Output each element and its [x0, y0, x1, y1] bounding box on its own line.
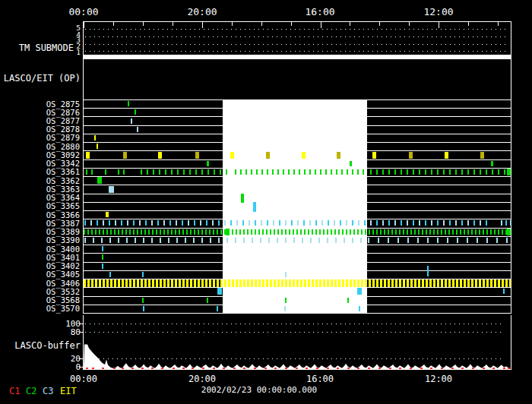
event-mark: [437, 238, 439, 243]
event-mark: [341, 169, 343, 175]
event-mark: [143, 238, 144, 243]
event-mark: [394, 220, 396, 226]
event-mark: [194, 220, 195, 226]
event-mark: [372, 152, 376, 159]
time-label-top-1: 20:00: [179, 6, 225, 17]
event-mark: [97, 177, 102, 184]
event-mark: [133, 220, 135, 226]
c1-event-mark: [451, 368, 454, 369]
event-mark: [397, 238, 399, 243]
event-mark: [363, 169, 364, 175]
event-mark: [226, 229, 230, 235]
event-mark: [131, 118, 132, 124]
event-mark: [382, 169, 384, 175]
event-mark: [507, 229, 511, 235]
event-mark: [455, 169, 457, 175]
event-mark: [109, 220, 110, 226]
event-mark: [299, 169, 300, 175]
c1-event-mark: [461, 368, 464, 369]
event-mark: [226, 238, 228, 243]
axis-tick: [291, 22, 292, 26]
event-mark: [101, 238, 103, 243]
c1-event-mark: [316, 368, 318, 369]
axis-tick: [173, 22, 173, 26]
event-stripe-bar: [84, 279, 511, 287]
event-mark: [309, 169, 311, 175]
event-mark: [504, 169, 505, 175]
event-mark: [159, 169, 160, 175]
event-mark: [235, 238, 236, 243]
event-mark: [123, 169, 125, 175]
event-mark: [188, 220, 189, 226]
event-mark: [293, 238, 295, 243]
event-mark: [364, 220, 366, 226]
event-mark: [256, 169, 258, 175]
event-mark: [123, 152, 127, 159]
time-label-bottom-1: 20:00: [179, 374, 225, 384]
event-mark: [109, 272, 111, 277]
event-mark: [147, 169, 148, 175]
c1-event-mark: [430, 368, 432, 369]
top-axis-line: [83, 21, 511, 22]
event-mark: [357, 288, 362, 295]
event-mark: [285, 220, 287, 226]
buffer-bottom-axis: [83, 369, 511, 370]
event-mark: [279, 220, 280, 226]
event-mark: [291, 220, 293, 226]
c1-event-mark: [441, 368, 443, 369]
axis-tick: [202, 22, 203, 28]
time-label-top-2: 16:00: [297, 6, 343, 17]
event-mark: [97, 220, 98, 226]
event-mark: [302, 238, 303, 243]
axis-tick: [498, 22, 499, 26]
event-mark: [157, 220, 159, 226]
event-mark: [486, 220, 487, 226]
axis-tick: [379, 22, 380, 26]
event-mark: [230, 152, 234, 159]
event-mark: [137, 127, 138, 132]
event-mark: [425, 169, 426, 175]
event-mark: [347, 169, 348, 175]
event-mark: [182, 220, 183, 226]
event-stripe-bar: [84, 229, 511, 235]
os-row-label: OS_2879: [0, 134, 80, 142]
event-mark: [210, 238, 211, 243]
event-mark: [346, 220, 347, 226]
event-mark: [195, 169, 197, 175]
c1-event-mark: [296, 368, 298, 369]
event-mark: [207, 169, 209, 175]
event-mark: [201, 169, 203, 175]
event-mark: [224, 220, 226, 226]
event-mark: [109, 238, 111, 243]
event-mark: [266, 152, 270, 159]
c1-event-mark: [472, 368, 474, 369]
event-mark: [443, 220, 445, 226]
event-mark: [102, 264, 103, 269]
event-mark: [370, 220, 372, 226]
event-mark: [242, 220, 244, 226]
event-mark: [457, 238, 458, 243]
event-mark: [249, 220, 250, 226]
event-mark: [376, 169, 378, 175]
event-mark: [449, 169, 451, 175]
event-mark: [214, 169, 215, 175]
event-mark: [431, 220, 432, 226]
c1-event-mark: [347, 368, 350, 369]
event-mark: [318, 238, 320, 243]
legend-item-eit: EIT: [60, 386, 77, 396]
time-label-bottom-2: 16:00: [297, 374, 343, 384]
event-mark: [352, 238, 353, 243]
event-mark: [477, 238, 478, 243]
event-mark: [447, 238, 448, 243]
event-mark: [255, 220, 256, 226]
c1-event-mark: [213, 368, 215, 369]
event-mark: [217, 288, 222, 295]
event-mark: [360, 238, 362, 243]
event-mark: [230, 220, 232, 226]
event-mark: [449, 220, 451, 226]
event-mark: [388, 169, 390, 175]
event-mark: [235, 169, 236, 175]
axis-tick: [84, 22, 84, 28]
event-mark: [283, 169, 284, 175]
event-mark: [336, 169, 337, 175]
